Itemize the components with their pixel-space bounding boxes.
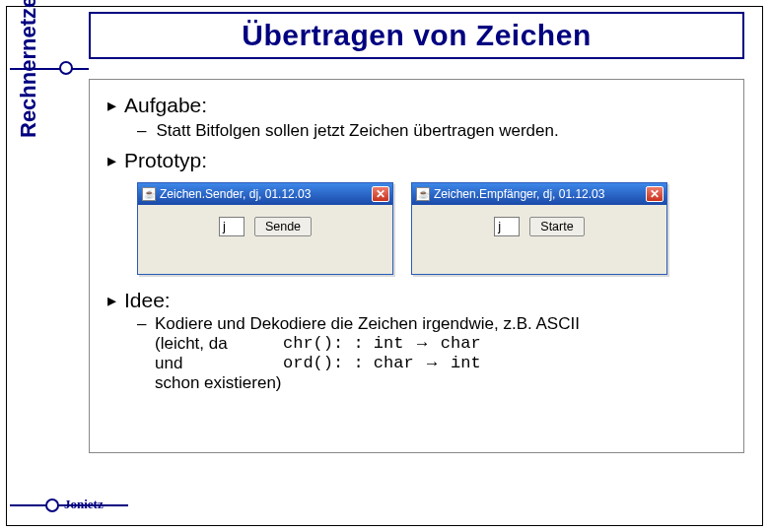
bullet-marker-icon: ▸: [107, 94, 116, 117]
code-ord-colon: :: [333, 354, 343, 373]
code-ord-int: int: [451, 354, 481, 373]
bullet-aufgabe-detail: – Statt Bitfolgen sollen jetzt Zeichen ü…: [137, 121, 730, 141]
bullet-marker-icon: ▸: [107, 149, 116, 172]
idee-line1: Kodiere und Dekodiere die Zeichen irgend…: [155, 314, 580, 334]
send-button[interactable]: Sende: [254, 217, 312, 236]
code-ord: ord(): [283, 354, 333, 373]
window-icon: ☕: [142, 187, 156, 201]
bullet-idee-label: Idee:: [124, 289, 171, 312]
title-box: Übertragen von Zeichen: [89, 12, 744, 59]
arrow-icon: →: [424, 354, 441, 373]
slide-title: Übertragen von Zeichen: [242, 19, 591, 52]
bullet-prototyp-label: Prototyp:: [124, 149, 207, 172]
footer-author: Jonietz: [64, 497, 104, 512]
rail-node-top: [59, 61, 73, 75]
bullet-marker-icon: ▸: [107, 289, 116, 312]
window-title-sender: Zeichen.Sender, dj, 01.12.03: [160, 187, 372, 201]
code-chr-int: : int: [353, 334, 403, 354]
idee-detail: – Kodiere und Dekodiere die Zeichen irge…: [137, 314, 730, 393]
close-icon[interactable]: ✕: [646, 186, 664, 202]
window-title-receiver: Zeichen.Empfänger, dj, 01.12.03: [434, 187, 646, 201]
side-label-text: Rechnernetze: [16, 99, 41, 138]
content-box: ▸ Aufgabe: – Statt Bitfolgen sollen jetz…: [89, 79, 744, 453]
arrow-icon: →: [414, 334, 431, 354]
idee-leicht: (leicht, da: [155, 334, 283, 354]
bullet-aufgabe: ▸ Aufgabe:: [107, 94, 730, 117]
window-body-sender: j Sende: [138, 205, 392, 274]
rail-line-top: [10, 68, 89, 70]
bullet-idee: ▸ Idee:: [107, 289, 730, 312]
bullet-aufgabe-detail-text: Statt Bitfolgen sollen jetzt Zeichen übe…: [156, 121, 558, 141]
rail-node-bottom: [45, 499, 59, 512]
window-sender: ☕ Zeichen.Sender, dj, 01.12.03 ✕ j Sende: [137, 182, 393, 275]
window-icon: ☕: [416, 187, 430, 201]
idee-block: ▸ Idee: – Kodiere und Dekodiere die Zeic…: [104, 285, 730, 393]
side-label: Rechnernetze: [18, 30, 57, 246]
code-chr-char: char: [441, 334, 481, 354]
bullet-aufgabe-label: Aufgabe:: [124, 94, 207, 117]
idee-und: und: [155, 354, 283, 373]
dash-icon: –: [137, 314, 155, 334]
bullet-prototyp: ▸ Prototyp:: [107, 149, 730, 172]
code-chr-colon: :: [333, 334, 343, 354]
code-chr: chr(): [283, 334, 333, 354]
prototype-row: ☕ Zeichen.Sender, dj, 01.12.03 ✕ j Sende…: [137, 182, 730, 275]
window-receiver: ☕ Zeichen.Empfänger, dj, 01.12.03 ✕ j St…: [411, 182, 667, 275]
start-button[interactable]: Starte: [529, 217, 584, 236]
char-input-receiver[interactable]: j: [494, 217, 520, 236]
code-ord-char: : char: [353, 354, 413, 373]
window-body-receiver: j Starte: [412, 205, 666, 274]
code-chr-sig: [343, 334, 353, 354]
char-input-sender[interactable]: j: [219, 217, 245, 236]
dash-icon: –: [137, 121, 146, 141]
titlebar-sender[interactable]: ☕ Zeichen.Sender, dj, 01.12.03 ✕: [138, 183, 392, 205]
idee-tail: schon existieren): [155, 373, 282, 393]
titlebar-receiver[interactable]: ☕ Zeichen.Empfänger, dj, 01.12.03 ✕: [412, 183, 666, 205]
close-icon[interactable]: ✕: [372, 186, 389, 202]
